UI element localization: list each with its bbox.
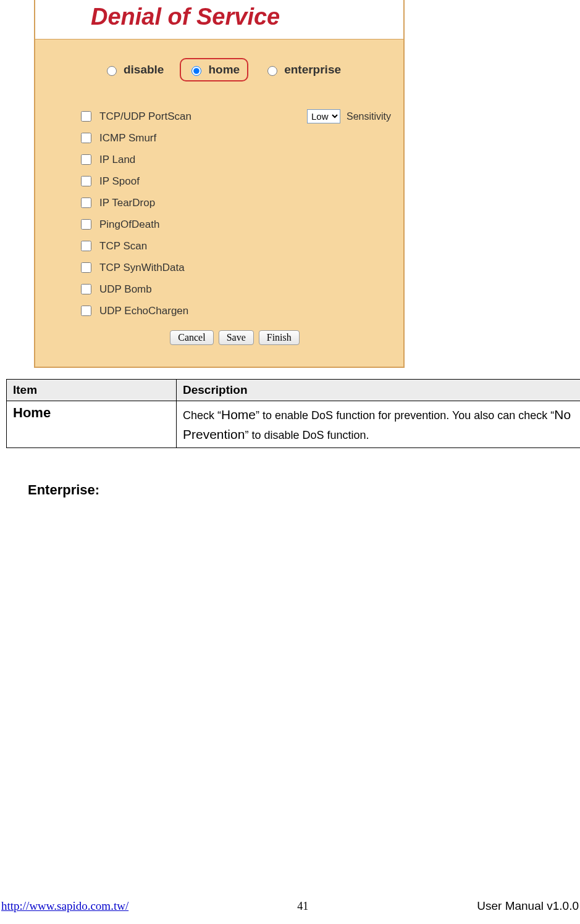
desc-text-home: Home [221,407,256,422]
attack-type-list: TCP/UDP PortScan Low Sensitivity ICMP Sm… [78,109,391,318]
radio-enterprise-label: enterprise [284,63,341,77]
radio-home[interactable]: home [180,58,248,81]
button-row: Cancel Save Finish [78,330,391,345]
radio-disable[interactable]: disable [99,60,169,79]
table-row: Home Check “Home” to enable DoS function… [7,401,581,448]
check-ip-spoof[interactable] [81,176,91,186]
radio-disable-label: disable [124,63,164,77]
mode-radio-group: disable home enterprise [54,58,391,81]
table-header-item: Item [7,380,177,401]
check-tcp-synwithdata-label: TCP SynWithData [99,262,185,274]
radio-enterprise-input[interactable] [267,66,277,76]
check-row-tcp-scan: TCP Scan [78,239,391,253]
check-udp-echochargen[interactable] [81,306,91,316]
panel-title: Denial of Service [35,0,403,40]
cancel-button[interactable]: Cancel [170,330,213,345]
footer-url[interactable]: http://www.sapido.com.tw/ [1,899,128,913]
sensitivity-select[interactable]: Low [307,109,340,123]
check-ip-land-label: IP Land [99,154,135,166]
check-tcp-scan-label: TCP Scan [99,240,147,252]
check-udp-bomb[interactable] [81,284,91,294]
check-row-tcp-synwithdata: TCP SynWithData [78,260,391,275]
check-pingofdeath-label: PingOfDeath [99,219,159,231]
check-icmp-smurf[interactable] [81,133,91,143]
check-portscan-label: TCP/UDP PortScan [99,110,264,123]
dos-panel: Denial of Service disable home enterpris… [34,0,405,368]
check-row-ip-spoof: IP Spoof [78,174,391,188]
table-desc-cell: Check “Home” to enable DoS function for … [177,401,581,448]
check-ip-spoof-label: IP Spoof [99,175,140,188]
table-header-description: Description [177,380,581,401]
desc-text: ” to disable DoS function. [245,429,369,441]
check-tcp-synwithdata[interactable] [81,262,91,273]
check-ip-teardrop-label: IP TearDrop [99,197,155,209]
footer-page-number: 41 [297,900,308,913]
footer-version: User Manual v1.0.0 [477,899,579,913]
page-footer: http://www.sapido.com.tw/ 41 User Manual… [0,899,580,913]
table-item-cell: Home [7,401,177,448]
check-icmp-smurf-label: ICMP Smurf [99,132,156,144]
check-tcp-scan[interactable] [81,241,91,251]
check-row-ip-land: IP Land [78,152,391,167]
desc-text: ” to enable DoS function for prevention.… [256,409,554,422]
check-row-pingofdeath: PingOfDeath [78,217,391,231]
radio-enterprise[interactable]: enterprise [259,60,346,79]
description-table: Item Description Home Check “Home” to en… [6,379,580,448]
radio-disable-input[interactable] [107,66,117,76]
check-row-udp-bomb: UDP Bomb [78,282,391,296]
check-ip-teardrop[interactable] [81,198,91,208]
check-ip-land[interactable] [81,154,91,165]
check-udp-bomb-label: UDP Bomb [99,283,152,296]
check-pingofdeath[interactable] [81,219,91,230]
check-row-udp-echochargen: UDP EchoChargen [78,304,391,318]
save-button[interactable]: Save [219,330,254,345]
desc-text: Check “ [183,409,221,422]
finish-button[interactable]: Finish [259,330,300,345]
radio-home-label: home [208,63,240,77]
radio-home-input[interactable] [191,66,201,76]
check-row-ip-teardrop: IP TearDrop [78,196,391,210]
section-enterprise-heading: Enterprise: [28,482,574,498]
check-udp-echochargen-label: UDP EchoChargen [99,305,188,317]
check-row-portscan: TCP/UDP PortScan Low Sensitivity [78,109,391,123]
check-row-icmp-smurf: ICMP Smurf [78,131,391,145]
panel-body: disable home enterprise TCP/UDP PortScan… [35,40,403,367]
check-portscan[interactable] [81,111,91,122]
sensitivity-label: Sensitivity [347,111,391,122]
